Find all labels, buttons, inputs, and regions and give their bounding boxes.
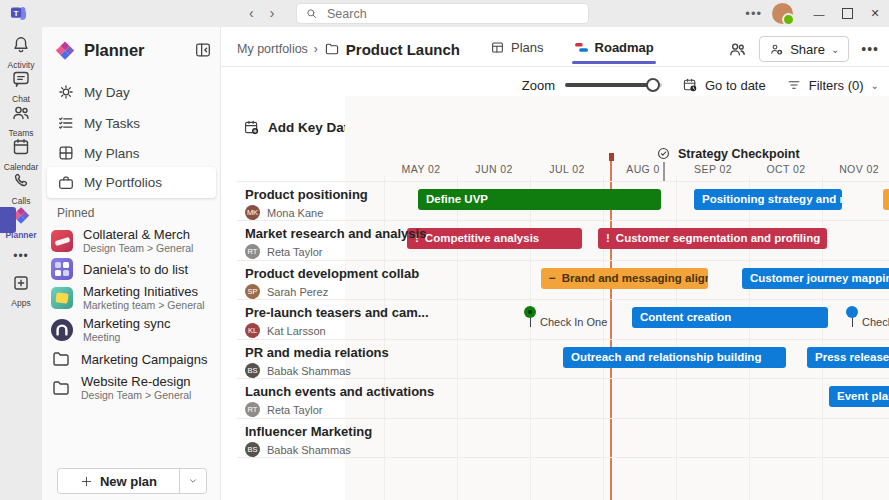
task-row-market-research-and-analysis[interactable]: Market research and analysisRTReta Taylo… <box>245 226 345 259</box>
back-icon[interactable]: ‹ <box>249 4 254 23</box>
header-divider <box>221 66 889 67</box>
search-input[interactable] <box>325 6 580 22</box>
phone-icon <box>11 171 31 195</box>
owner-name: Mona Kane <box>267 207 323 219</box>
sidebar-item-label: My Portfolios <box>84 175 162 190</box>
milestone-check-in-one[interactable] <box>524 306 536 318</box>
month-label: MAY 02 <box>395 163 447 175</box>
task-bar-define-uvp[interactable]: Define UVP <box>418 189 661 210</box>
month-label: JUN 02 <box>468 163 520 175</box>
close-button[interactable]: ✕ <box>861 0 889 27</box>
zoom-slider[interactable] <box>565 78 662 92</box>
owner-avatar: RT <box>245 244 260 259</box>
go-to-date-button[interactable]: Go to date <box>682 77 766 93</box>
breadcrumb[interactable]: My portfolios <box>237 42 308 56</box>
task-bar-item[interactable] <box>883 189 889 210</box>
new-plan-dropdown[interactable] <box>179 469 206 493</box>
pinned-item-subtitle: Marketing team > General <box>83 299 205 311</box>
row-divider <box>237 181 889 182</box>
owner-name: Kat Larsson <box>267 325 326 337</box>
checkpoint-check-circle-icon <box>656 146 671 161</box>
zoom-slider-thumb[interactable] <box>646 78 660 92</box>
app-rail: ActivityChatTeamsCalendarCallsPlanner•••… <box>0 27 42 500</box>
task-bar-press-release-writing[interactable]: Press release writing <box>807 347 889 368</box>
filters-button[interactable]: Filters (0) ⌄ <box>786 77 879 93</box>
rail-item-apps[interactable]: Apps <box>0 273 42 308</box>
plan-more-icon[interactable]: ••• <box>861 41 879 57</box>
owner-avatar: BS <box>245 442 260 457</box>
search-icon <box>305 7 318 20</box>
task-bar-customer-journey-mapping[interactable]: Customer journey mapping <box>742 268 889 289</box>
row-divider <box>237 220 889 221</box>
plans-icon <box>57 144 75 162</box>
rail-item-calendar[interactable]: Calendar <box>0 137 42 172</box>
rail-item-activity[interactable]: Activity <box>0 35 42 70</box>
task-bar-label: Customer journey mapping <box>750 272 889 284</box>
month-gridline <box>749 176 750 500</box>
sidebar-item-my-day[interactable]: My Day <box>47 77 216 107</box>
task-bar-brand-and-messaging-alignment[interactable]: −Brand and messaging alignment <box>541 268 708 289</box>
task-bar-label: Positioning strategy and mess... <box>702 193 842 205</box>
task-bar-positioning-strategy-and-mess[interactable]: Positioning strategy and mess... <box>694 189 842 210</box>
pinned-item-marketing-sync[interactable]: Marketing syncMeeting <box>47 316 216 343</box>
month-label: OCT 02 <box>760 163 812 175</box>
milestone-check-in[interactable] <box>846 306 858 318</box>
task-row-pre-launch-teasers-and-cam[interactable]: Pre-launch teasers and cam...KLKat Larss… <box>245 305 345 338</box>
pinned-item-collateral-merch[interactable]: Collateral & MerchDesign Team > General <box>47 227 216 254</box>
titlebar-more-icon[interactable]: ••• <box>735 6 772 21</box>
rail-item-teams[interactable]: Teams <box>0 103 42 138</box>
task-bar-content-creation[interactable]: Content creation <box>632 307 828 328</box>
pinned-item-title: Website Re-design <box>81 374 191 389</box>
forward-icon[interactable]: › <box>270 4 275 23</box>
new-plan-label: New plan <box>100 474 157 489</box>
key-date-stem <box>663 162 665 182</box>
tab-roadmap[interactable]: Roadmap <box>572 38 656 61</box>
chevron-down-icon <box>187 475 199 487</box>
rail-item-planner[interactable]: Planner <box>0 205 42 240</box>
tab-plans[interactable]: Plans <box>488 38 546 61</box>
tab-label: Roadmap <box>595 40 654 55</box>
row-divider <box>237 339 889 340</box>
share-button[interactable]: Share ⌄ <box>759 36 849 62</box>
rail-item-more[interactable]: ••• <box>0 249 42 263</box>
members-icon[interactable] <box>728 40 747 59</box>
row-divider <box>237 260 889 261</box>
task-owner: BSBabak Shammas <box>245 442 345 457</box>
new-plan-button[interactable]: New plan <box>57 468 207 494</box>
pinned-item-daniela-s-to-do-list[interactable]: Daniela's to do list <box>47 258 216 280</box>
sidebar-item-my-tasks[interactable]: My Tasks <box>47 108 216 138</box>
task-row-influencer-marketing[interactable]: Influencer MarketingBSBabak Shammas <box>245 424 345 457</box>
task-row-product-development-collab[interactable]: Product development collabSPSarah Perez <box>245 266 345 299</box>
month-gridline <box>603 176 604 500</box>
task-bar-label: Define UVP <box>426 193 488 205</box>
rail-item-calls[interactable]: Calls <box>0 171 42 206</box>
pinned-item-title: Collateral & Merch <box>83 227 193 242</box>
add-key-date-button[interactable]: Add Key Date <box>243 119 356 136</box>
sidebar-item-my-plans[interactable]: My Plans <box>47 138 216 168</box>
task-bar-customer-segmentation-and-profiling[interactable]: !Customer segmentation and profiling <box>598 228 827 249</box>
pinned-item-marketing-initiatives[interactable]: Marketing InitiativesMarketing team > Ge… <box>47 284 216 311</box>
key-date-strategy-checkpoint[interactable]: Strategy Checkpoint <box>656 146 800 161</box>
task-bar-event-planning[interactable]: Event planning <box>829 386 889 407</box>
search-box[interactable] <box>296 3 589 24</box>
collapse-sidebar-icon[interactable] <box>194 41 212 59</box>
key-date-label: Strategy Checkpoint <box>678 147 800 161</box>
sidebar-item-my-portfolios[interactable]: My Portfolios <box>47 167 216 198</box>
maximize-button[interactable] <box>833 0 861 27</box>
pinned-item-website-re-design[interactable]: Website Re-designDesign Team > General <box>47 374 216 401</box>
task-row-product-positioning[interactable]: Product positioningMKMona Kane <box>245 187 345 220</box>
plan-folder-icon <box>324 41 340 57</box>
minimize-button[interactable]: — <box>805 0 833 27</box>
roadmap-icon <box>574 40 589 55</box>
pinned-item-marketing-campaigns[interactable]: Marketing Campaigns <box>47 349 216 369</box>
user-avatar[interactable] <box>772 3 793 24</box>
rail-item-chat[interactable]: Chat <box>0 69 42 104</box>
roadmap-timeline: MAY 02JUN 02JUL 02AUG 0SEP 02OCT 02NOV 0… <box>345 96 889 500</box>
task-row-pr-and-media-relations[interactable]: PR and media relationsBSBabak Shammas <box>245 345 345 378</box>
task-owner: RTReta Taylor <box>245 402 345 417</box>
month-label: NOV 02 <box>833 163 885 175</box>
task-bar-outreach-and-relationship-building[interactable]: Outreach and relationship building <box>563 347 786 368</box>
task-bar-competitive-analysis[interactable]: !Competitive analysis <box>407 228 582 249</box>
main-panel: My portfolios › Product Launch PlansRoad… <box>221 27 889 500</box>
task-row-launch-events-and-activations[interactable]: Launch events and activationsRTReta Tayl… <box>245 384 345 417</box>
